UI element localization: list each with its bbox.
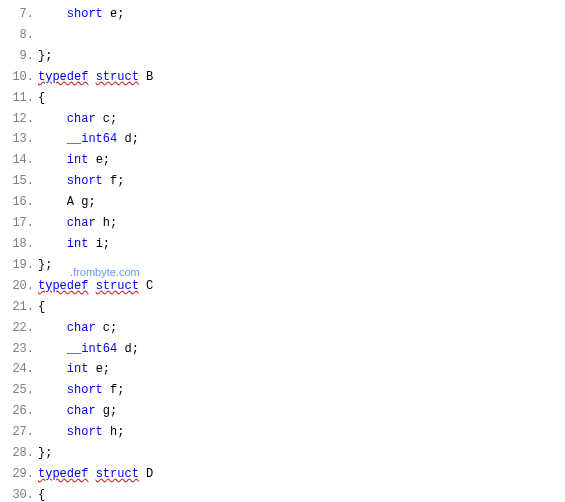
line-number: 29. xyxy=(0,464,38,485)
line-number: 26. xyxy=(0,401,38,422)
code-content: }; xyxy=(38,443,565,464)
code-line: 18. int i; xyxy=(0,234,565,255)
line-number: 10. xyxy=(0,67,38,88)
code-line: 12. char c; xyxy=(0,109,565,130)
code-line: 25. short f; xyxy=(0,380,565,401)
code-line: 30.{ xyxy=(0,485,565,502)
code-line: 9.}; xyxy=(0,46,565,67)
line-number: 24. xyxy=(0,359,38,380)
code-content: typedef struct B xyxy=(38,67,565,88)
code-content: }; xyxy=(38,46,565,67)
code-line: 11.{ xyxy=(0,88,565,109)
code-content: char c; xyxy=(38,318,565,339)
code-line: 16. A g; xyxy=(0,192,565,213)
code-line: 21.{ xyxy=(0,297,565,318)
code-line: 7. short e; xyxy=(0,4,565,25)
code-content: short f; xyxy=(38,171,565,192)
line-number: 17. xyxy=(0,213,38,234)
code-content: }; xyxy=(38,255,565,276)
code-line: 20.typedef struct C xyxy=(0,276,565,297)
code-line: 28.}; xyxy=(0,443,565,464)
code-line: 14. int e; xyxy=(0,150,565,171)
code-content: __int64 d; xyxy=(38,129,565,150)
code-line: 29.typedef struct D xyxy=(0,464,565,485)
line-number: 21. xyxy=(0,297,38,318)
code-content: { xyxy=(38,297,565,318)
line-number: 28. xyxy=(0,443,38,464)
code-content: short f; xyxy=(38,380,565,401)
line-number: 13. xyxy=(0,129,38,150)
line-number: 22. xyxy=(0,318,38,339)
code-content: char h; xyxy=(38,213,565,234)
code-content: typedef struct D xyxy=(38,464,565,485)
line-number: 20. xyxy=(0,276,38,297)
line-number: 11. xyxy=(0,88,38,109)
line-number: 16. xyxy=(0,192,38,213)
code-content: int i; xyxy=(38,234,565,255)
code-line: 15. short f; xyxy=(0,171,565,192)
line-number: 12. xyxy=(0,109,38,130)
code-block: 7. short e;8.9.};10.typedef struct B11.{… xyxy=(0,4,565,502)
code-content: short e; xyxy=(38,4,565,25)
code-line: 27. short h; xyxy=(0,422,565,443)
code-content: typedef struct C xyxy=(38,276,565,297)
line-number: 18. xyxy=(0,234,38,255)
code-content: short h; xyxy=(38,422,565,443)
code-line: 23. __int64 d; xyxy=(0,339,565,360)
code-line: 19.}; xyxy=(0,255,565,276)
code-content: A g; xyxy=(38,192,565,213)
line-number: 27. xyxy=(0,422,38,443)
code-content: int e; xyxy=(38,150,565,171)
code-line: 13. __int64 d; xyxy=(0,129,565,150)
code-line: 8. xyxy=(0,25,565,46)
code-content: __int64 d; xyxy=(38,339,565,360)
line-number: 9. xyxy=(0,46,38,67)
code-line: 24. int e; xyxy=(0,359,565,380)
code-line: 10.typedef struct B xyxy=(0,67,565,88)
line-number: 14. xyxy=(0,150,38,171)
code-content: int e; xyxy=(38,359,565,380)
line-number: 8. xyxy=(0,25,38,46)
line-number: 25. xyxy=(0,380,38,401)
code-content: char g; xyxy=(38,401,565,422)
code-line: 22. char c; xyxy=(0,318,565,339)
line-number: 30. xyxy=(0,485,38,502)
code-content: char c; xyxy=(38,109,565,130)
line-number: 7. xyxy=(0,4,38,25)
line-number: 23. xyxy=(0,339,38,360)
code-line: 26. char g; xyxy=(0,401,565,422)
code-content: { xyxy=(38,485,565,502)
line-number: 19. xyxy=(0,255,38,276)
line-number: 15. xyxy=(0,171,38,192)
code-line: 17. char h; xyxy=(0,213,565,234)
code-content: { xyxy=(38,88,565,109)
